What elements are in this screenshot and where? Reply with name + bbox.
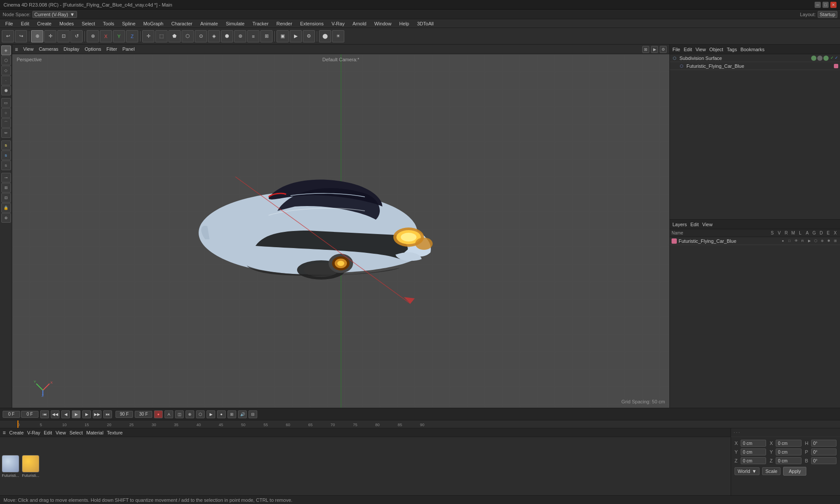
end-frame-input[interactable]: [116, 411, 133, 418]
x-axis-button[interactable]: X: [100, 30, 112, 42]
menu-item-tracker[interactable]: Tracker: [249, 20, 272, 27]
node-space-dropdown[interactable]: Current (V-Ray) ▼: [32, 11, 77, 18]
extra-button[interactable]: ⊕: [1, 213, 11, 223]
s-button-3[interactable]: S: [1, 161, 11, 170]
render-region[interactable]: ▣: [276, 30, 289, 42]
obj-mgr-view[interactable]: View: [696, 47, 706, 52]
tool9[interactable]: ⊞: [260, 30, 273, 42]
playback-icon2[interactable]: ⬡: [196, 410, 205, 418]
poly-mode-button[interactable]: ⬢: [1, 86, 11, 95]
layer-ctrl-arrow[interactable]: ▶: [806, 238, 812, 244]
menu-item-simulate[interactable]: Simulate: [222, 20, 248, 27]
menu-item-edit[interactable]: Edit: [18, 20, 33, 27]
x-pos-value[interactable]: 0 cm: [741, 440, 766, 447]
menu-item-render[interactable]: Render: [273, 20, 296, 27]
y-rot-value[interactable]: 0 cm: [776, 448, 801, 455]
menu-item-arnold[interactable]: Arnold: [349, 20, 370, 27]
y-axis-button[interactable]: Y: [113, 30, 125, 42]
s-button-1[interactable]: S: [1, 140, 11, 150]
layer-ctrl-l4[interactable]: ✱: [826, 238, 832, 244]
next-key-button[interactable]: ▶▶: [93, 410, 102, 418]
tool4[interactable]: ⊙: [195, 30, 207, 42]
timeline-ruler[interactable]: 051015202530354045505560657075808590: [0, 420, 840, 428]
next-frame-button[interactable]: ▶: [82, 410, 91, 418]
render-button[interactable]: ▶: [290, 30, 302, 42]
playback-icon4[interactable]: ●: [217, 410, 226, 418]
menu-item-select[interactable]: Select: [78, 20, 99, 27]
record-button[interactable]: ●: [154, 410, 163, 418]
menu-item-v-ray[interactable]: V-Ray: [328, 20, 348, 27]
obj-mgr-object[interactable]: Object: [709, 47, 723, 52]
object-axis-button[interactable]: ⊗: [87, 30, 99, 42]
world-dropdown[interactable]: World ▼: [735, 467, 760, 475]
tool8[interactable]: ≡: [247, 30, 259, 42]
viewport-render-icon[interactable]: ▶: [651, 46, 658, 53]
menu-item-extensions[interactable]: Extensions: [297, 20, 327, 27]
select-circle[interactable]: ○: [1, 108, 11, 118]
layer-ctrl-l5[interactable]: ⊞: [833, 238, 838, 244]
close-button[interactable]: ✕: [830, 2, 836, 8]
b-value[interactable]: 0°: [811, 457, 836, 464]
rotate-tool-button[interactable]: ↺: [70, 30, 83, 42]
mat-texture[interactable]: Texture: [107, 430, 122, 435]
viewport-display-menu[interactable]: Display: [63, 46, 79, 52]
object-item-subdivision[interactable]: ⬡ Subdivision Surface ✓ ✓: [670, 54, 840, 62]
mat-edit[interactable]: Edit: [44, 430, 52, 435]
layer-ctrl-r[interactable]: R: [800, 238, 805, 244]
menu-item-character[interactable]: Character: [168, 20, 196, 27]
layer-ctrl-circle[interactable]: ●: [780, 238, 786, 244]
layer-ctrl-box[interactable]: □: [787, 238, 792, 244]
play-button[interactable]: ▶: [72, 410, 80, 418]
lock-button[interactable]: 🔒: [1, 203, 11, 213]
model-mode-button[interactable]: ◈: [1, 46, 11, 55]
mat-material[interactable]: Material: [86, 430, 103, 435]
menu-item-modes[interactable]: Modes: [56, 20, 77, 27]
scale-dropdown[interactable]: Scale: [762, 467, 780, 475]
playback-icon3[interactable]: ▶: [206, 410, 215, 418]
tool2[interactable]: ⬟: [168, 30, 181, 42]
move-tool-button[interactable]: ✛: [44, 30, 56, 42]
tool3[interactable]: ⬡: [182, 30, 194, 42]
obj-mgr-edit[interactable]: Edit: [684, 47, 692, 52]
z-pos-value[interactable]: 0 cm: [741, 457, 766, 464]
select-free[interactable]: ⌒: [1, 118, 11, 128]
menu-item-animate[interactable]: Animate: [197, 20, 221, 27]
mesh-button[interactable]: ⬡: [1, 56, 11, 65]
auto-key-button[interactable]: A: [164, 410, 173, 418]
layers-view-menu[interactable]: View: [702, 222, 713, 227]
maximize-button[interactable]: □: [822, 2, 829, 8]
layer-ctrl-eye[interactable]: 👁: [793, 238, 799, 244]
grid-button[interactable]: ⊞: [1, 183, 11, 192]
materials-toggle[interactable]: ≡: [3, 430, 6, 436]
y-pos-value[interactable]: 0 cm: [741, 448, 766, 455]
menu-item-tools[interactable]: Tools: [99, 20, 118, 27]
menu-item--dtoall[interactable]: 3DToAll: [413, 20, 437, 27]
z-rot-value[interactable]: 0 cm: [776, 457, 801, 464]
tool5[interactable]: ◈: [208, 30, 220, 42]
prev-frame-button[interactable]: ◀: [61, 410, 70, 418]
layout-dropdown[interactable]: Startup: [818, 11, 837, 18]
layers-menu-item[interactable]: Layers: [672, 222, 687, 227]
frame-counter-2[interactable]: [21, 411, 38, 418]
layer-button[interactable]: ⊟: [1, 193, 11, 203]
viewport-settings[interactable]: ⚙: [660, 46, 667, 53]
obj-mgr-tags[interactable]: Tags: [727, 47, 737, 52]
obj-mgr-file[interactable]: File: [672, 47, 680, 52]
point-mode-button[interactable]: ·: [1, 76, 11, 85]
mat-create[interactable]: Create: [9, 430, 24, 435]
material-thumb-1[interactable]: Futuristi...: [2, 455, 19, 478]
motion-clip-button[interactable]: ◫: [175, 410, 184, 418]
playhead[interactable]: [18, 420, 18, 428]
obj-mgr-bookmarks[interactable]: Bookmarks: [740, 47, 764, 52]
render-settings[interactable]: ⚙: [303, 30, 315, 42]
h-value[interactable]: 0°: [811, 440, 836, 447]
display-button[interactable]: ⬤: [319, 30, 331, 42]
menu-item-spline[interactable]: Spline: [119, 20, 139, 27]
playback-icon6[interactable]: 🔊: [238, 410, 247, 418]
current-frame-input[interactable]: [3, 411, 20, 418]
viewport-cameras-menu[interactable]: Cameras: [39, 46, 59, 52]
select-rect[interactable]: ▭: [1, 98, 11, 108]
light-button[interactable]: ☀: [332, 30, 344, 42]
select-paint[interactable]: ✏: [1, 128, 11, 138]
minimize-button[interactable]: ─: [815, 2, 821, 8]
